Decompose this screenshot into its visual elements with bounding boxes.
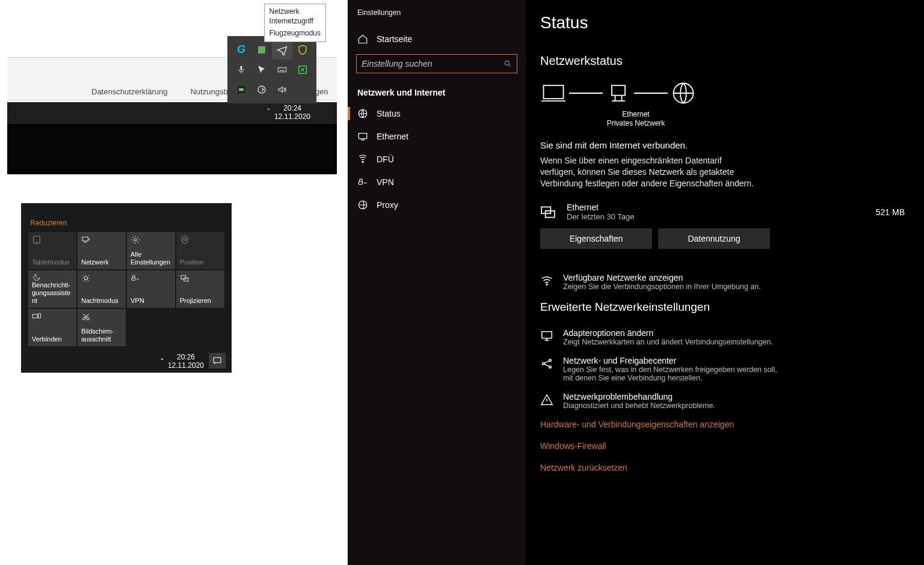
tile-tabletmode[interactable]: Tabletmodus: [28, 232, 76, 269]
network-diagram: [540, 80, 910, 106]
tray-logitech-icon[interactable]: G: [231, 40, 251, 60]
svg-rect-34: [542, 332, 552, 338]
settings-search[interactable]: [356, 54, 517, 73]
tray-elgato-icon[interactable]: [251, 80, 272, 100]
nav-ethernet[interactable]: Ethernet: [348, 125, 526, 148]
link-sub: Zeigen Sie die Verbindungsoptionen in Ih…: [563, 282, 761, 291]
link-network-sharing[interactable]: Netzwerk- und Freigabecenter Legen Sie f…: [540, 356, 910, 382]
nav-status[interactable]: Status: [348, 102, 526, 125]
tray-volume-icon[interactable]: [272, 80, 292, 100]
tray-chevron-icon[interactable]: ˄: [160, 357, 164, 367]
wifi-icon: [540, 274, 553, 287]
svg-rect-21: [214, 358, 221, 363]
nav-home[interactable]: Startseite: [348, 28, 526, 50]
svg-rect-31: [541, 207, 550, 213]
tooltip-line3: Flugzeugmodus: [270, 28, 321, 38]
tile-vpn[interactable]: VPN: [127, 270, 175, 308]
svg-rect-6: [239, 88, 244, 91]
warning-icon: [540, 393, 553, 406]
link-troubleshoot[interactable]: Netzwerkproblembehandlung Diagnostiziert…: [540, 392, 910, 410]
nav-home-label: Startseite: [377, 34, 412, 44]
link-adapter-options[interactable]: Adapteroptionen ändern Zeigt Netzwerkkar…: [540, 328, 910, 346]
svg-rect-10: [82, 237, 88, 241]
link-more[interactable]: gen: [315, 87, 328, 96]
tile-snip[interactable]: Bildschirm-ausschnitt: [78, 309, 126, 346]
link-hardware-properties[interactable]: Hardware- und Verbindungseigenschaften a…: [540, 420, 910, 429]
tile-focus-assist[interactable]: Benachrichti-gungsassistent: [28, 270, 76, 308]
sidebar-section: Netzwerk und Internet: [348, 82, 526, 102]
quick-action-tiles: Tabletmodus Netzwerk Alle Einstellungen …: [28, 232, 227, 346]
router-icon: [605, 80, 632, 106]
link-privacy[interactable]: Datenschutzerklärung: [91, 87, 167, 96]
svg-rect-17: [32, 314, 37, 318]
settings-sidebar: Einstellungen Startseite Netzwerk und In…: [348, 0, 526, 565]
svg-point-35: [543, 362, 545, 365]
status-lead: Sie sind mit dem Internet verbunden.: [540, 140, 910, 150]
nav-dialup[interactable]: DFÜ: [348, 148, 526, 171]
link-name: Netzwerk- und Freigabecenter: [563, 356, 780, 365]
tray-keyboard-icon[interactable]: [272, 60, 292, 79]
svg-rect-15: [181, 275, 186, 279]
tray-close-icon[interactable]: [292, 60, 313, 79]
screenshot-taskbar-tray: Datenschutzerklärung Nutzungsbe gen ˄ 20…: [7, 0, 337, 174]
svg-rect-29: [612, 85, 625, 96]
properties-button[interactable]: Eigenschaften: [540, 228, 652, 249]
link-name: Adapteroptionen ändern: [563, 328, 773, 338]
tray-chevron-icon[interactable]: ˄: [266, 107, 271, 117]
tile-nightmode[interactable]: Nachtmodus: [78, 270, 126, 308]
tile-label: VPN: [131, 297, 171, 305]
tooltip-line2: Internetzugriff: [270, 16, 321, 26]
tray-airplane-icon[interactable]: [272, 40, 292, 60]
tile-label: Projizieren: [180, 297, 221, 305]
svg-point-9: [36, 242, 37, 242]
tray-cursor-icon[interactable]: [251, 60, 272, 79]
svg-rect-3: [278, 67, 286, 72]
svg-point-33: [546, 284, 547, 286]
tray-security-icon[interactable]: [292, 40, 313, 60]
svg-rect-32: [546, 210, 555, 217]
diagram-line: [569, 93, 603, 94]
page-title: Status: [540, 13, 910, 32]
nav-proxy[interactable]: Proxy: [348, 194, 526, 216]
tile-network[interactable]: Netzwerk: [78, 232, 126, 269]
clock-time: 20:26: [177, 353, 195, 361]
link-sub: Zeigt Netzwerkkarten an und ändert Verbi…: [563, 338, 773, 346]
link-show-networks[interactable]: Verfügbare Netzwerke anzeigen Zeigen Sie…: [540, 273, 910, 291]
data-usage-button[interactable]: Datennutzung: [658, 228, 770, 249]
clock[interactable]: 20:24 12.11.2020: [274, 104, 310, 121]
action-center-collapse[interactable]: Reduzieren: [30, 219, 67, 227]
settings-search-input[interactable]: [362, 59, 504, 69]
settings-header: Einstellungen: [348, 6, 526, 28]
svg-rect-2: [241, 66, 242, 70]
tile-project[interactable]: Projizieren: [176, 270, 224, 308]
tile-position[interactable]: Position: [176, 232, 224, 269]
tray-mic-icon[interactable]: [231, 60, 251, 79]
link-network-reset[interactable]: Netzwerk zurücksetzen: [540, 463, 910, 472]
tile-all-settings[interactable]: Alle Einstellungen: [127, 232, 175, 269]
nav-vpn[interactable]: VPN: [348, 171, 526, 194]
svg-rect-1: [258, 46, 265, 53]
usage-buttons: Eigenschaften Datennutzung: [540, 228, 910, 249]
tray-tooltip: Netzwerk Internetzugriff Flugzeugmodus: [264, 4, 326, 42]
clock[interactable]: 20:26 12.11.2020: [168, 353, 204, 370]
taskbar-1: ˄ 20:24 12.11.2020: [7, 102, 337, 124]
tile-label: Benachrichti-gungsassistent: [32, 281, 73, 305]
link-terms[interactable]: Nutzungsbe: [190, 87, 232, 96]
tray-nvidia-icon[interactable]: [251, 40, 272, 60]
usage-value: 521 MB: [876, 207, 910, 217]
nav-label: Proxy: [377, 200, 398, 210]
settings-main: Status Netzwerkstatus Ethernet Privates …: [526, 0, 924, 565]
link-windows-firewall[interactable]: Windows-Firewall: [540, 441, 910, 451]
svg-point-22: [505, 61, 509, 65]
system-tray-popup: G: [227, 36, 316, 103]
nav-label: Ethernet: [377, 132, 408, 141]
svg-rect-28: [544, 85, 564, 99]
nav-label: Status: [377, 109, 401, 118]
svg-point-13: [84, 276, 87, 279]
tray-app-icon[interactable]: [231, 80, 251, 100]
action-center-icon[interactable]: [209, 353, 226, 368]
clock-time: 20:24: [283, 104, 301, 112]
tooltip-line1: Netzwerk: [270, 7, 321, 16]
tile-connect[interactable]: Verbinden: [28, 309, 76, 346]
link-sub: Diagnostiziert und behebt Netzwerkproble…: [563, 402, 715, 410]
